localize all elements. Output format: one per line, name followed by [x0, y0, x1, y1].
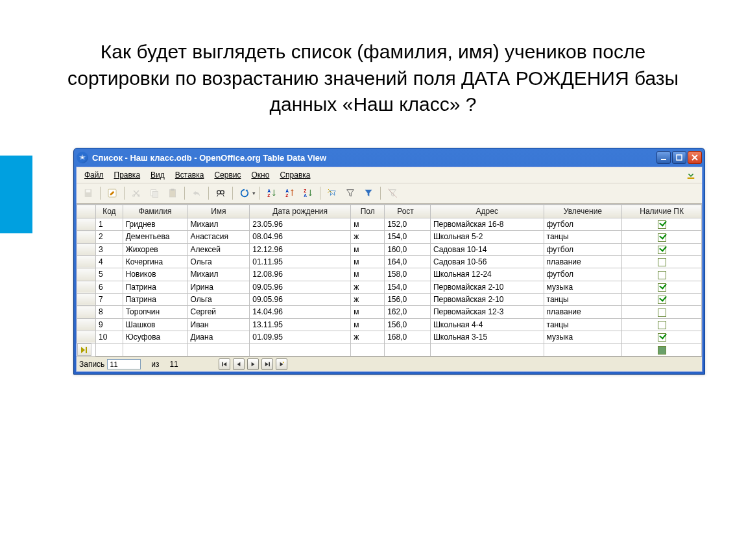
cell-sex[interactable]: ж	[351, 331, 385, 343]
cell-addr[interactable]: Первомайская 2-10	[430, 281, 544, 293]
header-hobby[interactable]: Увлечение	[544, 205, 622, 218]
checkbox-icon[interactable]	[658, 220, 666, 229]
row-selector[interactable]	[77, 268, 96, 281]
record-current-input[interactable]	[107, 359, 141, 369]
cell-name[interactable]: Анастасия	[187, 231, 250, 243]
maximize-button[interactable]	[672, 151, 686, 164]
table-row[interactable]: 7ПатринаОльга09.05.96ж156,0Первомайская …	[77, 293, 702, 305]
cell-addr[interactable]: Садовая 10-56	[430, 255, 544, 268]
cell-addr[interactable]: Школьная 5-2	[430, 231, 544, 243]
menu-insert[interactable]: Вставка	[170, 169, 210, 181]
cell-addr[interactable]: Первомайская 12-3	[430, 306, 544, 318]
checkbox-icon[interactable]	[658, 283, 666, 292]
cell-sex[interactable]: м	[351, 268, 385, 281]
cell-surname[interactable]: Новиков	[123, 268, 187, 281]
table-row[interactable]: 6ПатринаИрина09.05.96ж154,0Первомайская …	[77, 281, 702, 293]
cell-hobby[interactable]: футбол	[544, 243, 622, 255]
cell-code[interactable]: 3	[96, 243, 123, 255]
cell-addr[interactable]: Школьная 12-24	[430, 268, 544, 281]
nav-new-button[interactable]: ✶	[276, 358, 287, 370]
table-row[interactable]: 3ЖихоревАлексей12.12.96м160,0Садовая 10-…	[77, 243, 702, 255]
menu-help[interactable]: Справка	[274, 169, 315, 181]
sort-icon[interactable]: ZA	[300, 186, 316, 200]
row-selector[interactable]	[77, 255, 96, 268]
new-record-row[interactable]	[77, 344, 702, 356]
cell-pc[interactable]	[622, 306, 702, 318]
cell-dob[interactable]: 12.08.96	[250, 268, 351, 281]
cell-name[interactable]: Ольга	[187, 255, 250, 268]
nav-first-button[interactable]	[219, 358, 230, 370]
cell-surname[interactable]: Юсуфова	[123, 331, 187, 343]
header-surname[interactable]: Фамилия	[123, 205, 187, 218]
row-selector[interactable]	[77, 331, 96, 343]
edit-icon[interactable]	[104, 186, 120, 200]
cell-dob[interactable]: 01.11.95	[250, 255, 351, 268]
cell-sex[interactable]: м	[351, 318, 385, 331]
cell-name[interactable]: Ирина	[187, 281, 250, 293]
cell-dob[interactable]: 08.04.96	[250, 231, 351, 243]
table-row[interactable]: 4КочергинаОльга01.11.95м164,0Садовая 10-…	[77, 255, 702, 268]
cell-pc[interactable]	[622, 255, 702, 268]
cell-height[interactable]: 160,0	[385, 243, 431, 255]
header-pc[interactable]: Наличие ПК	[622, 205, 702, 218]
cell-hobby[interactable]: плавание	[544, 255, 622, 268]
checkbox-icon[interactable]	[658, 296, 666, 304]
header-code[interactable]: Код	[96, 205, 123, 218]
cell-surname[interactable]: Дементьева	[123, 231, 187, 243]
cell-hobby[interactable]: плавание	[544, 306, 622, 318]
cell-height[interactable]: 158,0	[385, 268, 431, 281]
cell-hobby[interactable]: музыка	[544, 281, 622, 293]
close-button[interactable]	[688, 151, 702, 164]
cell-name[interactable]: Сергей	[187, 306, 250, 318]
cell-sex[interactable]: м	[351, 243, 385, 255]
minimize-button[interactable]	[656, 151, 671, 164]
cell-hobby[interactable]: танцы	[544, 318, 622, 331]
row-selector[interactable]	[77, 281, 96, 293]
cell-addr[interactable]: Первомайская 16-8	[430, 218, 544, 231]
cell-pc[interactable]	[622, 281, 702, 293]
nav-last-button[interactable]	[261, 358, 273, 370]
cell-sex[interactable]: м	[351, 306, 385, 318]
cell-name[interactable]: Михаил	[187, 268, 250, 281]
cell-sex[interactable]: ж	[351, 281, 385, 293]
table-row[interactable]: 5НовиковМихаил12.08.96м158,0Школьная 12-…	[77, 268, 702, 281]
menu-view[interactable]: Вид	[145, 169, 170, 181]
cell-code[interactable]: 1	[96, 218, 123, 231]
cell-dob[interactable]: 23.05.96	[250, 218, 351, 231]
checkbox-icon[interactable]	[658, 309, 666, 317]
cell-pc[interactable]	[622, 231, 702, 243]
cell-addr[interactable]: Первомайская 2-10	[430, 293, 544, 305]
cell-name[interactable]: Михаил	[187, 218, 250, 231]
row-selector[interactable]	[77, 293, 96, 305]
autofilter-wand-icon[interactable]	[324, 186, 340, 200]
cell-pc[interactable]	[622, 331, 702, 343]
cell-pc[interactable]	[622, 243, 702, 255]
checkbox-icon[interactable]	[658, 333, 666, 342]
find-icon[interactable]	[213, 186, 228, 200]
checkbox-icon[interactable]	[658, 233, 666, 242]
cell-addr[interactable]: Школьная 4-4	[430, 318, 544, 331]
cell-surname[interactable]: Патрина	[123, 293, 187, 305]
cell-pc[interactable]	[622, 218, 702, 231]
nav-next-button[interactable]	[247, 358, 259, 370]
cell-hobby[interactable]: танцы	[544, 293, 622, 305]
table-row[interactable]: 8ТоропчинСергей14.04.96м162,0Первомайска…	[77, 306, 702, 318]
table-row[interactable]: 2ДементьеваАнастасия08.04.96ж154,0Школьн…	[77, 231, 702, 243]
cell-code[interactable]: 8	[96, 306, 123, 318]
menu-edit[interactable]: Правка	[109, 169, 146, 181]
corner-cell[interactable]	[77, 205, 96, 218]
cell-code[interactable]: 5	[96, 268, 123, 281]
header-name[interactable]: Имя	[187, 205, 250, 218]
cell-dob[interactable]: 09.05.96	[250, 281, 351, 293]
cell-name[interactable]: Диана	[187, 331, 250, 343]
cell-height[interactable]: 152,0	[385, 218, 431, 231]
refresh-icon[interactable]	[237, 186, 252, 200]
cell-height[interactable]: 156,0	[385, 318, 431, 331]
cell-code[interactable]: 6	[96, 281, 123, 293]
cell-hobby[interactable]: футбол	[544, 218, 622, 231]
menu-window[interactable]: Окно	[246, 169, 274, 181]
sort-asc-icon[interactable]: AZ	[264, 186, 280, 200]
cell-name[interactable]: Ольга	[187, 293, 250, 305]
checkbox-icon[interactable]	[658, 246, 666, 254]
cell-dob[interactable]: 14.04.96	[250, 306, 351, 318]
